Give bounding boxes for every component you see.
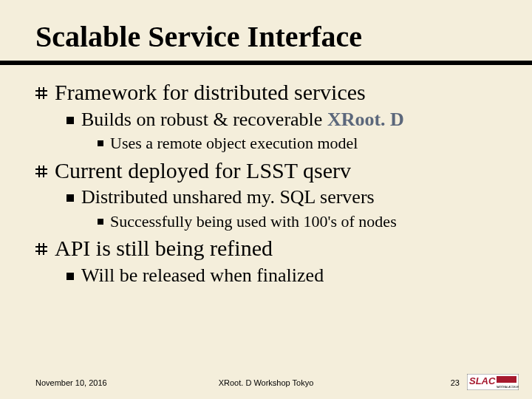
title-block: Scalable Service Interface <box>0 21 532 65</box>
bullet-text: Successfully being used with 100's of no… <box>110 211 397 232</box>
content: Framework for distributed services Build… <box>0 65 532 287</box>
bullet-l1: API is still being refined <box>35 234 510 262</box>
text-fragment: Builds on robust & recoverable <box>81 109 327 130</box>
bullet-text: Will be released when finalized <box>81 264 324 288</box>
bullet-text: Distributed unshared my. SQL servers <box>81 185 375 210</box>
bullet-text: API is still being refined <box>55 234 273 262</box>
bullet-text: Uses a remote object execution model <box>110 133 358 154</box>
square-bullet-icon <box>98 140 103 146</box>
bullet-l2: Distributed unshared my. SQL servers <box>66 185 510 210</box>
square-bullet-icon <box>66 273 74 280</box>
footer-center: XRoot. D Workshop Tokyo <box>219 378 314 387</box>
bullet-l3: Uses a remote object execution model <box>98 133 510 154</box>
square-bullet-icon <box>98 219 103 225</box>
hash-bullet-icon <box>35 166 47 177</box>
slac-logo: SLAC NATIONAL ACCELERATOR LABORATORY <box>467 374 519 392</box>
bullet-l1: Framework for distributed services <box>35 78 510 106</box>
xrootd-emphasis: XRoot. D <box>327 109 404 130</box>
svg-text:SLAC: SLAC <box>469 375 496 386</box>
svg-text:NATIONAL ACCELERATOR LABORATOR: NATIONAL ACCELERATOR LABORATORY <box>497 386 519 389</box>
slide-title: Scalable Service Interface <box>35 21 532 53</box>
square-bullet-icon <box>66 117 74 124</box>
hash-bullet-icon <box>35 87 47 99</box>
bullet-text: Framework for distributed services <box>55 78 366 106</box>
hash-bullet-icon <box>35 243 47 255</box>
bullet-l2: Builds on robust & recoverable XRoot. D <box>66 108 510 132</box>
bullet-l2: Will be released when finalized <box>66 264 510 288</box>
slide: Scalable Service Interface Framework for… <box>0 0 532 399</box>
bullet-l3: Successfully being used with 100's of no… <box>98 211 510 232</box>
bullet-text: Current deployed for LSST qserv <box>55 157 351 185</box>
svg-rect-2 <box>497 376 516 383</box>
bullet-l1: Current deployed for LSST qserv <box>35 157 510 185</box>
page-number: 23 <box>451 378 460 387</box>
square-bullet-icon <box>66 194 74 202</box>
bullet-text: Builds on robust & recoverable XRoot. D <box>81 108 404 132</box>
footer: November 10, 2016 XRoot. D Workshop Toky… <box>0 374 532 392</box>
footer-right: 23 SLAC NATIONAL ACCELERATOR LABORATORY <box>451 374 519 392</box>
footer-date: November 10, 2016 <box>35 378 107 387</box>
